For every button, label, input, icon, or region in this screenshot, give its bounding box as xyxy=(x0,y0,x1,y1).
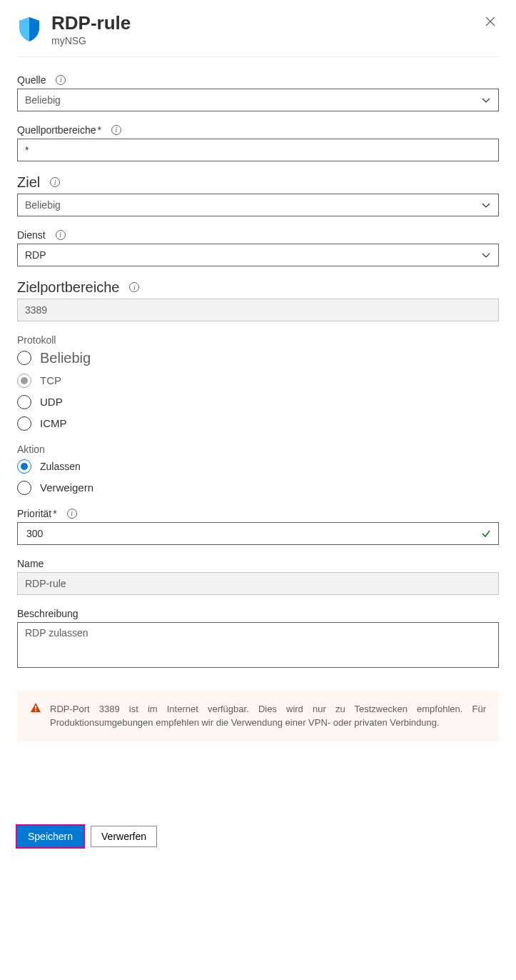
svg-rect-1 xyxy=(35,710,36,711)
priority-field: Priorität * i xyxy=(17,508,499,545)
required-marker: * xyxy=(53,508,56,519)
panel-header: RDP-rule myNSG xyxy=(0,0,516,56)
info-icon[interactable]: i xyxy=(50,177,60,187)
source-port-label: Quellportbereiche xyxy=(17,124,96,136)
protocol-option-tcp: TCP xyxy=(17,374,499,388)
shield-icon xyxy=(17,16,41,43)
protocol-icmp-label: ICMP xyxy=(40,417,67,429)
warning-banner: RDP-Port 3389 ist im Internet verfügbar.… xyxy=(17,691,499,741)
description-input[interactable] xyxy=(17,622,499,668)
source-select[interactable]: Beliebig xyxy=(17,89,499,111)
action-deny-label: Verweigern xyxy=(40,481,93,494)
info-icon[interactable]: i xyxy=(56,230,66,240)
radio-icon xyxy=(17,374,31,388)
service-field: Dienst i RDP xyxy=(17,229,499,266)
priority-input[interactable] xyxy=(25,527,445,540)
required-marker: * xyxy=(98,124,101,136)
radio-icon xyxy=(17,459,31,474)
destination-select[interactable]: Beliebig xyxy=(17,194,499,216)
divider xyxy=(17,56,499,57)
info-icon[interactable]: i xyxy=(56,75,66,85)
priority-input-wrap[interactable] xyxy=(17,522,499,545)
chevron-down-icon xyxy=(481,200,491,210)
checkmark-icon xyxy=(481,529,491,539)
warning-icon xyxy=(30,702,41,730)
service-value: RDP xyxy=(25,249,46,261)
destination-value: Beliebig xyxy=(25,199,61,211)
action-option-allow[interactable]: Zulassen xyxy=(17,459,499,474)
priority-label: Priorität xyxy=(17,508,51,519)
radio-icon xyxy=(17,395,31,409)
name-label: Name xyxy=(17,558,44,569)
name-field: Name xyxy=(17,558,499,595)
chevron-down-icon xyxy=(481,250,491,260)
dest-port-field: Zielportbereiche i xyxy=(17,279,499,321)
dest-port-input xyxy=(17,299,499,321)
protocol-tcp-label: TCP xyxy=(40,374,61,386)
radio-icon xyxy=(17,351,31,365)
protocol-option-any[interactable]: Beliebig xyxy=(17,350,499,366)
action-field: Aktion Zulassen Verweigern xyxy=(17,444,499,495)
action-allow-label: Zulassen xyxy=(40,461,81,472)
footer: Speichern Verwerfen xyxy=(0,813,516,860)
chevron-down-icon xyxy=(481,95,491,105)
svg-rect-0 xyxy=(35,706,36,709)
source-port-field: Quellportbereiche * i xyxy=(17,124,499,161)
source-port-input[interactable] xyxy=(17,139,499,161)
close-button[interactable] xyxy=(482,13,499,30)
service-label: Dienst xyxy=(17,229,46,241)
radio-icon xyxy=(17,416,31,431)
destination-field: Ziel i Beliebig xyxy=(17,174,499,216)
close-icon xyxy=(485,16,496,27)
radio-icon xyxy=(17,481,31,495)
save-button[interactable]: Speichern xyxy=(17,826,84,847)
source-field: Quelle i Beliebig xyxy=(17,74,499,111)
action-option-deny[interactable]: Verweigern xyxy=(17,481,499,495)
protocol-udp-label: UDP xyxy=(40,396,63,408)
protocol-option-icmp[interactable]: ICMP xyxy=(17,416,499,431)
info-icon[interactable]: i xyxy=(67,509,77,519)
info-icon[interactable]: i xyxy=(111,125,121,135)
warning-text: RDP-Port 3389 ist im Internet verfügbar.… xyxy=(50,702,486,730)
description-label: Beschreibung xyxy=(17,608,79,619)
page-title: RDP-rule xyxy=(51,13,482,34)
info-icon[interactable]: i xyxy=(129,282,139,292)
description-field: Beschreibung xyxy=(17,608,499,671)
dest-port-label: Zielportbereiche xyxy=(17,279,119,296)
protocol-any-label: Beliebig xyxy=(40,350,91,366)
service-select[interactable]: RDP xyxy=(17,244,499,266)
source-label: Quelle xyxy=(17,74,46,86)
source-value: Beliebig xyxy=(25,94,61,106)
protocol-field: Protokoll Beliebig TCP UDP ICMP xyxy=(17,334,499,431)
protocol-option-udp[interactable]: UDP xyxy=(17,395,499,409)
discard-button[interactable]: Verwerfen xyxy=(91,826,157,847)
name-input xyxy=(17,572,499,595)
destination-label: Ziel xyxy=(17,174,40,191)
action-label: Aktion xyxy=(17,444,499,455)
protocol-label: Protokoll xyxy=(17,334,499,346)
page-subtitle: myNSG xyxy=(51,35,482,46)
